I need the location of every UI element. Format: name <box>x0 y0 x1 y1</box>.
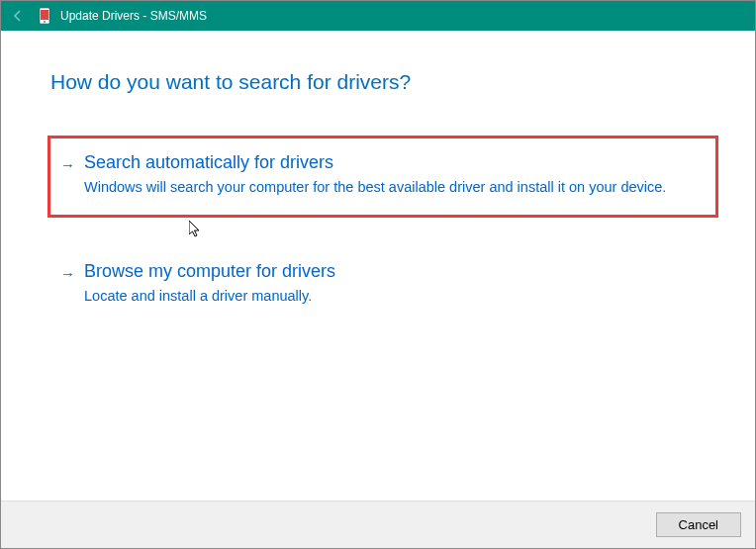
option-desc: Windows will search your computer for th… <box>84 177 696 197</box>
page-heading: How do you want to search for drivers? <box>50 70 715 94</box>
arrow-right-icon: → <box>60 152 84 197</box>
option-search-automatically[interactable]: → Search automatically for drivers Windo… <box>47 136 718 218</box>
window-title: Update Drivers - SMS/MMS <box>60 9 207 23</box>
dialog-footer: Cancel <box>1 501 755 548</box>
arrow-right-icon: → <box>60 261 84 306</box>
titlebar: Update Drivers - SMS/MMS <box>1 1 755 31</box>
option-desc: Locate and install a driver manually. <box>84 286 696 306</box>
svg-point-2 <box>44 21 46 23</box>
option-title: Search automatically for drivers <box>84 152 696 173</box>
option-browse-computer[interactable]: → Browse my computer for drivers Locate … <box>50 247 715 323</box>
device-icon <box>37 8 52 24</box>
cancel-button[interactable]: Cancel <box>656 512 741 537</box>
dialog-content: How do you want to search for drivers? →… <box>1 31 755 324</box>
back-arrow-icon <box>9 7 27 25</box>
option-title: Browse my computer for drivers <box>84 261 696 282</box>
svg-rect-1 <box>41 10 48 20</box>
